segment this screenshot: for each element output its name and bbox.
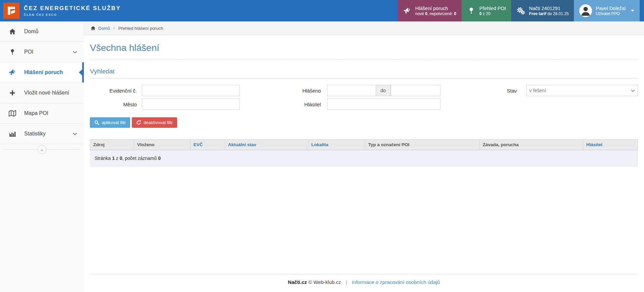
user-name: Pavel Doležal <box>596 5 626 11</box>
column-zdroj: Zdroj <box>90 139 134 150</box>
apply-filter-button[interactable]: aplikovat filtr <box>90 117 130 128</box>
sidebar-item-domu[interactable]: Domů <box>0 21 84 42</box>
column-vlozeno: Vloženo <box>134 139 190 150</box>
search-section-title: Vyhledat <box>90 68 638 78</box>
caret-down-icon[interactable] <box>631 10 634 12</box>
hlaseno-label: Hlášeno <box>301 88 327 94</box>
megaphone-icon <box>403 7 412 15</box>
home-icon <box>90 25 96 31</box>
hlasitel-label: Hlásitel <box>301 102 327 107</box>
widget-poi-sub: 0 z 20 <box>479 11 506 16</box>
main-panel: Všechna hlášení Vyhledat Evidenční č. Mě… <box>84 35 644 274</box>
column-aktualni-stav[interactable]: Aktuální stav <box>225 139 308 150</box>
column-typ-a-oznaceni-poi: Typ a označení POI <box>365 139 479 150</box>
user-role: Uživatel PPO <box>596 11 626 16</box>
mesto-input[interactable] <box>142 99 239 110</box>
search-icon <box>94 120 99 125</box>
sidebar-item-vlozit-nove-hlaseni[interactable]: Vložit nové hlášení <box>0 83 84 103</box>
column-lokalita[interactable]: Lokalita <box>308 139 365 150</box>
page-footer: Načti.cz © Web-klub.cz | Informace o zpr… <box>90 274 638 292</box>
megaphone-icon <box>8 68 17 76</box>
column-zavada-porucha: Závada, porucha <box>480 139 583 150</box>
stav-select[interactable]: v řešení <box>526 85 638 96</box>
bar-chart-icon <box>8 130 17 137</box>
breadcrumb: Domů > Přehled hlášení poruch <box>84 21 644 35</box>
topbar-widgets: Hlášení poruch nové 0, nepotvrzené: 0 Př… <box>397 0 640 21</box>
brand-title: ČEZ ENERGETICKÉ SLUŽBY <box>24 5 121 12</box>
home-icon <box>8 28 17 35</box>
sidebar-item-statistiky[interactable]: Statistiky <box>0 124 84 144</box>
footer-brand: Načti.cz <box>288 279 307 285</box>
widget-tarif[interactable]: Načti 2401291 Free tarif do 28.01.25 <box>511 0 574 21</box>
chevron-down-icon <box>73 51 77 54</box>
refresh-icon <box>136 120 141 125</box>
hlaseno-do-addon: do <box>376 85 391 96</box>
user-avatar <box>579 4 592 17</box>
sidebar: Domů POI Hlášení poruch <box>0 21 84 292</box>
map-icon <box>8 110 17 117</box>
hlaseno-to-input[interactable] <box>391 85 440 96</box>
table-header-row: Zdroj Vloženo EVČ Aktuální stav Lokalita… <box>90 139 638 150</box>
column-evc[interactable]: EVČ <box>190 139 225 150</box>
footer-separator: | <box>346 279 347 285</box>
brand-logo-link[interactable]: ČEZ ENERGETICKÉ SLUŽBY ČLEN ČEZ ESCO <box>0 0 121 21</box>
footer-copyright: © Web-klub.cz <box>308 279 341 285</box>
deactivate-filter-button[interactable]: deaktivovat filtr <box>132 117 177 128</box>
filter-buttons: aplikovat filtr deaktivovat filtr <box>90 117 638 128</box>
hlasitel-input[interactable] <box>327 99 440 110</box>
user-menu[interactable]: Pavel Doležal Uživatel PPO <box>574 0 640 21</box>
stav-label: Stav <box>501 88 517 94</box>
widget-poi-title: Přehled POI <box>479 5 506 11</box>
filter-form: Evidenční č. Město Hlášeno do <box>90 85 638 110</box>
widget-tarif-sub: Free tarif do 28.01.25 <box>529 11 569 16</box>
pin-icon <box>8 48 17 56</box>
breadcrumb-current: Přehled hlášení poruch <box>118 26 163 31</box>
evidencni-label: Evidenční č. <box>90 88 142 94</box>
pin-icon <box>467 7 476 15</box>
hlaseno-from-input[interactable] <box>327 85 376 96</box>
cez-logo-glyph <box>6 5 17 16</box>
sidebar-item-mapa-poi[interactable]: Mapa POI <box>0 103 84 124</box>
widget-hlaseni-poruch[interactable]: Hlášení poruch nové 0, nepotvrzené: 0 <box>397 0 462 21</box>
chevron-down-icon <box>73 132 77 135</box>
widget-prehled-poi[interactable]: Přehled POI 0 z 20 <box>462 0 511 21</box>
results-table: Zdroj Vloženo EVČ Aktuální stav Lokalita… <box>90 139 638 150</box>
sidebar-item-poi[interactable]: POI <box>0 42 84 62</box>
plus-icon <box>8 90 17 96</box>
privacy-link[interactable]: Informace o zpracování osobních údajů <box>352 279 440 285</box>
cez-logo-icon <box>3 3 19 19</box>
breadcrumb-home-link[interactable]: Domů <box>98 26 110 31</box>
top-bar: ČEZ ENERGETICKÉ SLUŽBY ČLEN ČEZ ESCO Hlá… <box>0 0 644 21</box>
brand-text: ČEZ ENERGETICKÉ SLUŽBY ČLEN ČEZ ESCO <box>24 5 121 16</box>
widget-faults-title: Hlášení poruch <box>415 5 456 11</box>
brand-subtitle: ČLEN ČEZ ESCO <box>24 13 121 16</box>
widget-faults-sub: nové 0, nepotvrzené: 0 <box>415 11 456 16</box>
sidebar-collapse-row: « <box>4 149 80 150</box>
content-area: Domů > Přehled hlášení poruch Všechna hl… <box>84 21 644 292</box>
evidencni-input[interactable] <box>142 85 239 96</box>
page-title: Všechna hlášení <box>90 43 638 59</box>
gears-icon <box>517 6 525 15</box>
sidebar-item-hlaseni-poruch[interactable]: Hlášení poruch <box>0 62 84 83</box>
mesto-label: Město <box>90 102 142 107</box>
breadcrumb-separator: > <box>113 26 115 31</box>
widget-tarif-title: Načti 2401291 <box>529 5 569 11</box>
sidebar-collapse-button[interactable]: « <box>38 145 47 154</box>
pagination-status: Stránka 1 z 0, počet záznamů 0 <box>90 150 638 167</box>
app-window: ČEZ ENERGETICKÉ SLUŽBY ČLEN ČEZ ESCO Hlá… <box>0 0 644 292</box>
column-hlasitel[interactable]: Hlásitel <box>583 139 638 150</box>
